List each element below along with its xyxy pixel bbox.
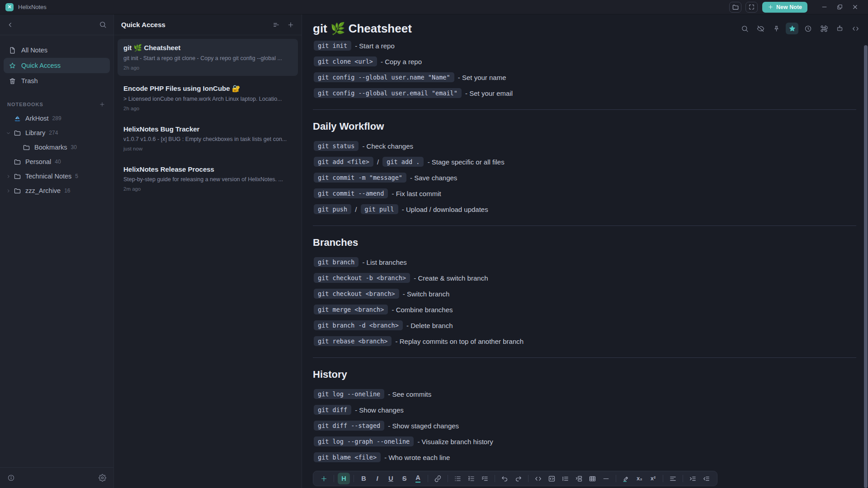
sidebar-header xyxy=(0,14,113,35)
code-button[interactable] xyxy=(532,473,544,484)
note-card-time: just now xyxy=(123,146,292,151)
inline-code: git blame <file> xyxy=(314,452,381,462)
star-icon xyxy=(788,25,796,33)
notebook-label: Personal xyxy=(25,158,51,165)
chevron-right-icon[interactable] xyxy=(5,174,14,179)
toolbar-divider xyxy=(334,475,334,482)
command-action-button[interactable] xyxy=(817,23,830,34)
search-action-button[interactable] xyxy=(738,23,751,34)
code-action-button[interactable] xyxy=(849,23,862,34)
heading-button[interactable]: H xyxy=(338,473,350,484)
inline-code: git status xyxy=(314,141,359,151)
outdent-button[interactable] xyxy=(700,473,712,484)
code-block-icon xyxy=(548,475,556,483)
row-text: - Delete branch xyxy=(404,322,454,329)
chevron-right-icon xyxy=(5,174,11,179)
table-button[interactable] xyxy=(586,473,599,484)
bold-icon: B xyxy=(361,475,366,482)
notebook-label: Bookmarks xyxy=(34,144,67,151)
close-button[interactable] xyxy=(847,1,863,13)
clock-action-button[interactable] xyxy=(802,23,814,34)
sort-icon[interactable] xyxy=(273,21,280,28)
inline-code: git rebase <branch> xyxy=(314,336,392,346)
sidebar-item-all-notes[interactable]: All Notes xyxy=(4,42,110,58)
note-card-git-cheatsheet[interactable]: git 🌿 Cheatsheetgit init - Start a repo … xyxy=(118,39,298,76)
editor-body[interactable]: git init - Start a repogit clone <url> -… xyxy=(302,37,868,488)
text-color-button[interactable]: A xyxy=(412,473,424,484)
chevron-right-icon xyxy=(5,188,11,194)
notebook-item-technical-notes[interactable]: Technical Notes5 xyxy=(0,169,113,183)
strikethrough-button[interactable]: S xyxy=(398,473,410,484)
row-text: / xyxy=(374,158,382,166)
toolbar-divider xyxy=(683,475,683,482)
toolbar-divider xyxy=(448,475,448,482)
redo-button[interactable] xyxy=(512,473,524,484)
notebook-item-bookmarks[interactable]: Bookmarks30 xyxy=(0,140,113,155)
notebook-item-library[interactable]: Library274 xyxy=(0,126,113,140)
close-icon xyxy=(852,4,859,10)
note-card-helixnotes-bug-tracker[interactable]: HelixNotes Bug Trackerv1.0.7 v1.0.6 - [x… xyxy=(118,120,298,157)
blockquote-button[interactable] xyxy=(559,473,571,484)
restore-button[interactable] xyxy=(832,1,847,13)
plus-button[interactable] xyxy=(318,473,330,484)
align-button[interactable] xyxy=(667,473,679,484)
back-icon[interactable] xyxy=(7,21,14,28)
cheatsheet-row: git commit --amend - Fix last commit xyxy=(313,188,856,199)
note-card-encode-php-files-using-ioncube[interactable]: Encode PHP Files using IonCube 🔐> Licens… xyxy=(118,80,298,117)
cheatsheet-row: git add <file> / git add . - Stage speci… xyxy=(313,156,856,167)
notebook-item-personal[interactable]: Personal40 xyxy=(0,155,113,169)
notebook-item-arkhost[interactable]: ArkHost289 xyxy=(0,111,113,126)
bold-button[interactable]: B xyxy=(358,473,370,484)
task-list-button[interactable] xyxy=(479,473,491,484)
add-notebook-icon[interactable] xyxy=(99,101,105,108)
sidebar-item-trash[interactable]: Trash xyxy=(4,73,110,89)
info-icon[interactable] xyxy=(7,474,15,482)
gear-icon[interactable] xyxy=(99,474,106,482)
search-icon xyxy=(741,25,749,33)
inline-code: git diff xyxy=(314,405,351,415)
italic-button[interactable]: I xyxy=(371,473,383,484)
notebook-item-zzz-archive[interactable]: zzz_Archive16 xyxy=(0,183,113,198)
note-card-helixnotes-release-process[interactable]: HelixNotes Release ProcessStep-by-step g… xyxy=(118,160,298,197)
subscript-button[interactable]: x₂ xyxy=(633,473,646,484)
undo-button[interactable] xyxy=(499,473,511,484)
notebook-count: 289 xyxy=(52,115,61,122)
code-block-button[interactable] xyxy=(546,473,558,484)
robot-action-button[interactable] xyxy=(833,23,846,34)
superscript-button[interactable]: x² xyxy=(647,473,659,484)
folder-icon xyxy=(14,158,21,166)
numbered-list-button[interactable] xyxy=(465,473,477,484)
row-text: - Fix last commit xyxy=(389,190,442,197)
indent-button[interactable] xyxy=(687,473,699,484)
fullscreen-button[interactable] xyxy=(745,2,758,13)
scrollbar-thumb[interactable] xyxy=(864,45,868,488)
open-folder-button[interactable] xyxy=(729,2,741,13)
pin-action-button[interactable] xyxy=(770,23,783,34)
eye-off-action-button[interactable] xyxy=(754,23,767,34)
search-icon[interactable] xyxy=(99,21,107,28)
add-note-icon[interactable] xyxy=(287,21,294,28)
note-card-time: 2m ago xyxy=(123,186,292,192)
chevron-down-icon[interactable] xyxy=(5,130,14,136)
undo-icon xyxy=(501,475,509,483)
notebook-label: ArkHost xyxy=(25,115,49,122)
note-card-title: HelixNotes Bug Tracker xyxy=(123,125,292,133)
highlight-button[interactable] xyxy=(620,473,632,484)
minimize-button[interactable] xyxy=(816,1,832,13)
section-heading-history: History xyxy=(313,369,856,380)
link-button[interactable] xyxy=(432,473,444,484)
folder-icon xyxy=(732,4,739,11)
sidebar-item-quick-access[interactable]: Quick Access xyxy=(4,58,110,73)
new-note-button[interactable]: New Note xyxy=(762,2,807,13)
star-action-button[interactable] xyxy=(786,23,798,34)
horizontal-rule-button[interactable] xyxy=(600,473,612,484)
bullet-list-button[interactable] xyxy=(452,473,464,484)
toggle-block-button[interactable] xyxy=(573,473,585,484)
row-text: - Who wrote each line xyxy=(382,454,451,461)
pin-icon xyxy=(773,25,780,33)
chevron-right-icon[interactable] xyxy=(5,188,14,194)
note-card-title: HelixNotes Release Process xyxy=(123,165,292,173)
underline-button[interactable]: U xyxy=(385,473,397,484)
heading-icon: H xyxy=(341,475,346,482)
row-text: - Set your name xyxy=(455,74,507,81)
